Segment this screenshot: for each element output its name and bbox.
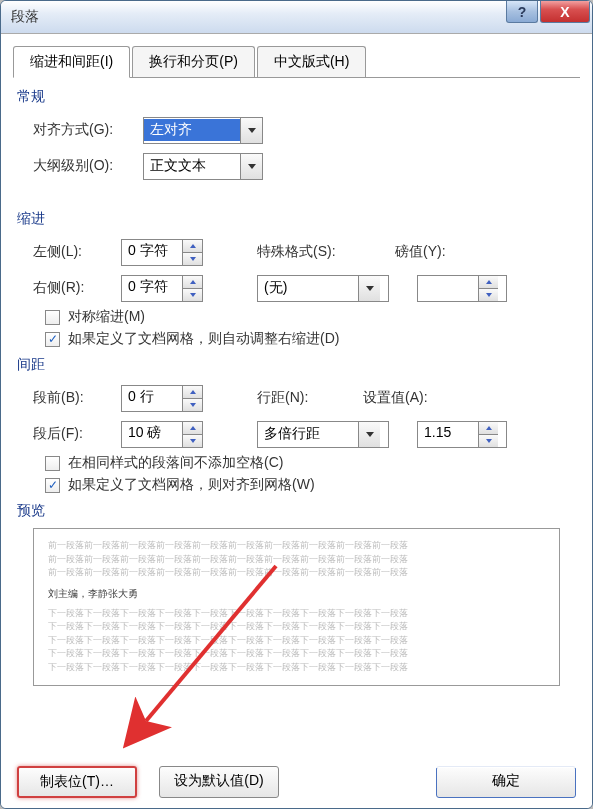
snap-grid-checkbox[interactable]: ✓ — [45, 478, 60, 493]
space-after-spinner[interactable]: 10 磅 — [121, 421, 203, 448]
set-default-button[interactable]: 设为默认值(D) — [159, 766, 279, 798]
spinner-up-icon[interactable] — [479, 422, 498, 435]
preview-line: 前一段落前一段落前一段落前一段落前一段落前一段落前一段落前一段落前一段落前一段落 — [48, 539, 545, 553]
tab-indent-spacing[interactable]: 缩进和间距(I) — [13, 46, 130, 78]
spinner-down-icon[interactable] — [183, 435, 202, 447]
tab-bar: 缩进和间距(I) 换行和分页(P) 中文版式(H) — [13, 46, 580, 78]
dropdown-arrow-icon — [358, 422, 380, 447]
preview-line: 下一段落下一段落下一段落下一段落下一段落下一段落下一段落下一段落下一段落下一段落 — [48, 634, 545, 648]
spinner-down-icon[interactable] — [479, 435, 498, 447]
spinner-up-icon[interactable] — [183, 240, 202, 253]
preview-line: 下一段落下一段落下一段落下一段落下一段落下一段落下一段落下一段落下一段落下一段落 — [48, 661, 545, 675]
by-spinner[interactable] — [417, 275, 507, 302]
no-same-style-space-checkbox[interactable] — [45, 456, 60, 471]
preview-line: 前一段落前一段落前一段落前一段落前一段落前一段落前一段落前一段落前一段落前一段落 — [48, 553, 545, 567]
line-spacing-value: 多倍行距 — [258, 423, 358, 445]
outline-select[interactable]: 正文文本 — [143, 153, 263, 180]
preview-line: 下一段落下一段落下一段落下一段落下一段落下一段落下一段落下一段落下一段落下一段落 — [48, 647, 545, 661]
indent-right-value: 0 字符 — [122, 276, 182, 301]
spinner-down-icon[interactable] — [183, 253, 202, 265]
space-after-value: 10 磅 — [122, 422, 182, 447]
indent-left-label: 左侧(L): — [33, 243, 121, 261]
section-spacing: 间距 — [17, 356, 580, 374]
special-select[interactable]: (无) — [257, 275, 389, 302]
at-spinner[interactable]: 1.15 — [417, 421, 507, 448]
outline-value: 正文文本 — [144, 155, 240, 177]
at-value: 1.15 — [418, 422, 478, 447]
by-label: 磅值(Y): — [395, 243, 467, 261]
spinner-up-icon[interactable] — [183, 422, 202, 435]
preview-line: 下一段落下一段落下一段落下一段落下一段落下一段落下一段落下一段落下一段落下一段落 — [48, 620, 545, 634]
space-before-label: 段前(B): — [33, 389, 121, 407]
spinner-down-icon[interactable] — [479, 289, 498, 301]
titlebar: 段落 ? X — [1, 1, 592, 34]
dialog-buttons: 制表位(T)… 设为默认值(D) 确定 — [17, 766, 576, 798]
space-before-value: 0 行 — [122, 386, 182, 411]
space-before-spinner[interactable]: 0 行 — [121, 385, 203, 412]
section-general: 常规 — [17, 88, 580, 106]
spinner-up-icon[interactable] — [183, 276, 202, 289]
ok-button[interactable]: 确定 — [436, 766, 576, 798]
section-preview: 预览 — [17, 502, 580, 520]
no-same-style-space-label: 在相同样式的段落间不添加空格(C) — [68, 454, 283, 472]
spinner-down-icon[interactable] — [183, 399, 202, 411]
at-label: 设置值(A): — [363, 389, 455, 407]
line-spacing-label: 行距(N): — [257, 389, 335, 407]
space-after-label: 段后(F): — [33, 425, 121, 443]
auto-adjust-label: 如果定义了文档网格，则自动调整右缩进(D) — [68, 330, 339, 348]
paragraph-dialog: 段落 ? X 缩进和间距(I) 换行和分页(P) 中文版式(H) 常规 对齐方式… — [0, 0, 593, 809]
alignment-select[interactable]: 左对齐 — [143, 117, 263, 144]
snap-grid-label: 如果定义了文档网格，则对齐到网格(W) — [68, 476, 315, 494]
titlebar-buttons: ? X — [506, 1, 592, 25]
alignment-value: 左对齐 — [144, 119, 240, 141]
preview-box: 前一段落前一段落前一段落前一段落前一段落前一段落前一段落前一段落前一段落前一段落… — [33, 528, 560, 686]
section-indent: 缩进 — [17, 210, 580, 228]
alignment-label: 对齐方式(G): — [33, 121, 143, 139]
preview-main-line: 刘主编，李静张大勇 — [48, 586, 545, 601]
spinner-down-icon[interactable] — [183, 289, 202, 301]
by-value — [418, 276, 478, 301]
close-icon: X — [560, 4, 569, 20]
preview-line: 前一段落前一段落前一段落前一段落前一段落前一段落前一段落前一段落前一段落前一段落 — [48, 566, 545, 580]
screenshot-crop-overlay — [412, 708, 592, 768]
tab-line-page-breaks[interactable]: 换行和分页(P) — [132, 46, 255, 77]
mirror-indent-checkbox[interactable] — [45, 310, 60, 325]
indent-right-label: 右侧(R): — [33, 279, 121, 297]
indent-right-spinner[interactable]: 0 字符 — [121, 275, 203, 302]
dialog-title: 段落 — [11, 8, 39, 26]
mirror-indent-label: 对称缩进(M) — [68, 308, 145, 326]
dropdown-arrow-icon — [240, 118, 262, 143]
line-spacing-select[interactable]: 多倍行距 — [257, 421, 389, 448]
spinner-up-icon[interactable] — [183, 386, 202, 399]
help-button[interactable]: ? — [506, 1, 538, 23]
dialog-content: 缩进和间距(I) 换行和分页(P) 中文版式(H) 常规 对齐方式(G): 左对… — [1, 34, 592, 808]
special-value: (无) — [258, 277, 358, 299]
dropdown-arrow-icon — [240, 154, 262, 179]
special-label: 特殊格式(S): — [257, 243, 367, 261]
indent-left-spinner[interactable]: 0 字符 — [121, 239, 203, 266]
tabs-button[interactable]: 制表位(T)… — [17, 766, 137, 798]
preview-line: 下一段落下一段落下一段落下一段落下一段落下一段落下一段落下一段落下一段落下一段落 — [48, 607, 545, 621]
auto-adjust-checkbox[interactable]: ✓ — [45, 332, 60, 347]
outline-label: 大纲级别(O): — [33, 157, 143, 175]
spinner-up-icon[interactable] — [479, 276, 498, 289]
indent-left-value: 0 字符 — [122, 240, 182, 265]
help-icon: ? — [518, 4, 527, 20]
dropdown-arrow-icon — [358, 276, 380, 301]
tab-asian-typography[interactable]: 中文版式(H) — [257, 46, 366, 77]
close-button[interactable]: X — [540, 1, 590, 23]
